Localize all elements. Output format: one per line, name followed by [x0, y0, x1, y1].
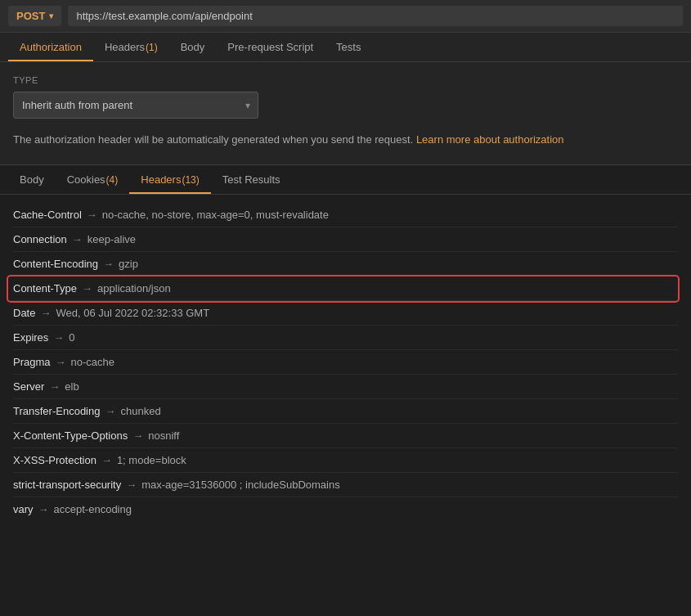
header-name: Content-Encoding — [13, 258, 98, 270]
auth-learn-more-link[interactable]: Learn more about authorization — [416, 133, 564, 146]
header-name: Content-Type — [13, 282, 77, 295]
header-value: chunked — [120, 405, 160, 417]
header-value: no-cache, no-store, max-age=0, must-reva… — [102, 209, 329, 221]
header-row: X-XSS-Protection → 1; mode=block — [13, 448, 678, 473]
header-value: elb — [65, 380, 79, 393]
headers-list: Cache-Control → no-cache, no-store, max-… — [0, 195, 691, 529]
auth-type-select[interactable]: Inherit auth from parent No Auth API Key… — [13, 92, 258, 119]
tab-authorization[interactable]: Authorization — [8, 33, 93, 61]
header-arrow-icon: → — [56, 356, 66, 368]
tab-prerequest[interactable]: Pre-request Script — [216, 33, 325, 61]
tab-test-results[interactable]: Test Results — [211, 165, 292, 194]
header-arrow-icon: → — [105, 405, 115, 417]
auth-info: The authorization header will be automat… — [13, 132, 678, 148]
header-name: Expires — [13, 331, 48, 344]
tab-headers[interactable]: Headers(1) — [93, 33, 169, 61]
type-label: TYPE — [13, 75, 678, 85]
header-row: Connection → keep-alive — [13, 227, 678, 252]
header-arrow-icon: → — [38, 503, 49, 515]
header-value: 1; mode=block — [117, 454, 186, 466]
header-name: X-XSS-Protection — [13, 454, 96, 466]
header-name: vary — [13, 503, 34, 515]
header-row: vary → accept-encoding — [13, 497, 678, 521]
method-button[interactable]: POST ▾ — [8, 6, 61, 26]
header-arrow-icon: → — [126, 479, 137, 491]
header-arrow-icon: → — [53, 331, 64, 344]
header-arrow-icon: → — [87, 209, 97, 221]
header-value: no-cache — [71, 356, 114, 368]
header-value: gzip — [119, 258, 138, 270]
header-row: Pragma → no-cache — [13, 350, 678, 375]
header-arrow-icon: → — [103, 258, 114, 270]
lower-tab-bar: Body Cookies(4) Headers(13) Test Results — [0, 165, 691, 195]
header-row: X-Content-Type-Options → nosniff — [13, 424, 678, 448]
auth-type-wrapper: Inherit auth from parent No Auth API Key… — [13, 92, 258, 119]
tab-headers-lower[interactable]: Headers(13) — [129, 165, 210, 194]
auth-section: TYPE Inherit auth from parent No Auth AP… — [0, 62, 691, 165]
header-arrow-icon: → — [72, 233, 83, 245]
auth-info-text: The authorization header will be automat… — [13, 133, 413, 146]
header-value: nosniff — [148, 429, 179, 442]
header-row: Transfer-Encoding → chunked — [13, 399, 678, 424]
method-label: POST — [16, 10, 45, 22]
tab-cookies[interactable]: Cookies(4) — [56, 165, 130, 194]
method-chevron-icon: ▾ — [49, 11, 53, 20]
header-value: 0 — [69, 331, 74, 344]
header-row: Content-Encoding → gzip — [13, 252, 678, 277]
header-arrow-icon: → — [40, 307, 51, 319]
header-name: Date — [13, 307, 35, 319]
tab-body-lower[interactable]: Body — [8, 165, 56, 194]
header-row: strict-transport-security → max-age=3153… — [13, 473, 678, 497]
url-input[interactable] — [68, 6, 683, 26]
header-arrow-icon: → — [49, 380, 60, 393]
header-row: Content-Type → application/json — [8, 277, 678, 301]
header-arrow-icon: → — [101, 454, 112, 466]
header-name: X-Content-Type-Options — [13, 429, 128, 442]
header-arrow-icon: → — [82, 282, 92, 295]
header-value: max-age=31536000 ; includeSubDomains — [141, 479, 339, 491]
top-bar: POST ▾ — [0, 0, 691, 33]
header-row: Server → elb — [13, 375, 678, 399]
header-value: keep-alive — [87, 233, 136, 245]
header-row: Date → Wed, 06 Jul 2022 02:32:33 GMT — [13, 301, 678, 326]
header-value: Wed, 06 Jul 2022 02:32:33 GMT — [56, 307, 209, 319]
tab-tests[interactable]: Tests — [325, 33, 372, 61]
tab-body[interactable]: Body — [169, 33, 217, 61]
header-row: Cache-Control → no-cache, no-store, max-… — [13, 203, 678, 227]
header-arrow-icon: → — [132, 429, 143, 442]
header-name: Cache-Control — [13, 209, 82, 221]
header-value: accept-encoding — [54, 503, 132, 515]
header-name: Server — [13, 380, 44, 393]
header-name: Connection — [13, 233, 67, 245]
header-name: strict-transport-security — [13, 479, 121, 491]
header-name: Pragma — [13, 356, 51, 368]
header-name: Transfer-Encoding — [13, 405, 100, 417]
top-tab-bar: Authorization Headers(1) Body Pre-reques… — [0, 33, 691, 62]
header-value: application/json — [97, 282, 171, 295]
header-row: Expires → 0 — [13, 326, 678, 350]
